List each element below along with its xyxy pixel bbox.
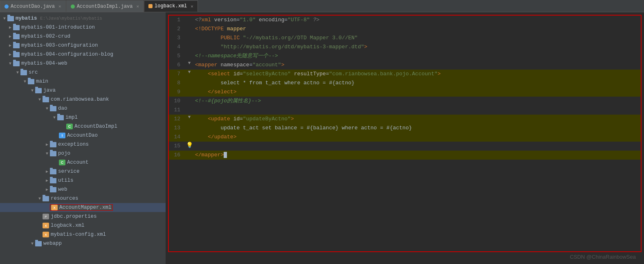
- tree-item-004-blog[interactable]: ▶ mybatis-004-configuration-blog: [0, 50, 166, 59]
- tree-item-jdbc[interactable]: P jdbc.properties: [0, 212, 166, 221]
- folder-icon: [7, 16, 14, 21]
- tab-account-dao[interactable]: AccountDao.java ✕: [0, 0, 66, 12]
- tree-item-dao[interactable]: ▼ dao: [0, 104, 166, 113]
- folder-icon-resources: [43, 196, 49, 201]
- line-content-15: [193, 142, 641, 151]
- tab-account-dao-impl-close[interactable]: ✕: [136, 4, 139, 9]
- tree-com-arrow: ▼: [37, 97, 43, 102]
- tree-java-label: java: [43, 88, 56, 93]
- file-tree[interactable]: ▼ mybatis E:\Java\mybatis\mybatis ▶ myba…: [0, 12, 166, 264]
- tree-logback-label: logback.xml: [51, 223, 85, 228]
- tree-item-account[interactable]: C Account: [0, 158, 166, 167]
- tree-item-004-web[interactable]: ▼ mybatis-004-web: [0, 59, 166, 68]
- tree-web-arrow: ▶: [44, 187, 50, 192]
- interface-icon: [4, 5, 9, 9]
- tree-001-label: mybatis-001-introduction: [21, 25, 95, 30]
- code-line-13: 13 update t_act set balance = #{balance}…: [169, 124, 641, 133]
- line-content-11: [193, 106, 641, 115]
- tree-dao-arrow: ▼: [44, 106, 50, 111]
- tree-mybatis-config-label: mybatis-config.xml: [51, 232, 106, 237]
- tree-item-web[interactable]: ▶ web: [0, 185, 166, 194]
- code-line-11: 11: [169, 106, 641, 115]
- line-num-10: 10: [169, 97, 185, 106]
- folder-icon-java: [35, 88, 42, 93]
- tree-item-accountmapper[interactable]: X AccountMapper.xml: [0, 203, 166, 212]
- tree-accountdaoimpl-label: AccountDaoImpl: [74, 124, 117, 129]
- line-num-1: 1: [169, 16, 185, 25]
- tab-account-dao-close[interactable]: ✕: [58, 4, 61, 9]
- code-line-10: 10 <!--#{pojo的属性名}-->: [169, 97, 641, 106]
- tree-item-accountdaoimpl[interactable]: C AccountDaoImpl: [0, 122, 166, 131]
- tree-main-arrow: ▼: [22, 79, 28, 84]
- code-area: 1 <?xml version="1.0" encoding="UTF-8" ?…: [168, 15, 642, 252]
- code-line-2: 2 <!DOCTYPE mapper: [169, 25, 641, 34]
- tree-webapp-label: webapp: [43, 241, 62, 246]
- line-num-16: 16: [169, 151, 185, 160]
- code-line-4: 4 "http://mybatis.org/dtd/mybatis-3-mapp…: [169, 43, 641, 52]
- tree-item-mybatis-config[interactable]: X mybatis-config.xml: [0, 230, 166, 239]
- tree-item-logback[interactable]: X logback.xml: [0, 221, 166, 230]
- tree-com-label: com.rianbowsea.bank: [51, 97, 109, 102]
- tree-item-webapp[interactable]: ▼ webapp: [0, 239, 166, 248]
- line-num-9: 9: [169, 88, 185, 97]
- tree-003-label: mybatis-003-configuration: [21, 43, 98, 48]
- code-line-6: 6 ▼ <mapper namespace="account">: [169, 61, 641, 70]
- folder-icon-service: [50, 169, 56, 174]
- folder-icon-001: [13, 25, 20, 30]
- tab-account-dao-impl[interactable]: AccountDaoImpl.java ✕: [66, 0, 144, 12]
- line-num-14: 14: [169, 133, 185, 142]
- tree-service-arrow: ▶: [44, 169, 50, 174]
- tab-bar: AccountDao.java ✕ AccountDaoImpl.java ✕ …: [0, 0, 644, 12]
- gutter-6: ▼: [185, 61, 193, 65]
- tree-main-label: main: [36, 79, 48, 84]
- tree-pojo-arrow: ▼: [44, 151, 50, 156]
- line-num-15: 15: [169, 142, 185, 151]
- tree-item-003[interactable]: ▶ mybatis-003-configuration: [0, 41, 166, 50]
- tree-item-com[interactable]: ▼ com.rianbowsea.bank: [0, 95, 166, 104]
- line-content-1: <?xml version="1.0" encoding="UTF-8" ?>: [193, 16, 641, 25]
- gutter-12: ▼: [185, 115, 193, 120]
- tree-utils-arrow: ▶: [44, 178, 50, 183]
- tree-item-impl[interactable]: ▼ impl: [0, 113, 166, 122]
- xml-file-icon-mybatis-config: X: [43, 232, 49, 237]
- tree-utils-label: utils: [58, 178, 74, 183]
- line-content-9: </select>: [193, 88, 641, 97]
- tree-root[interactable]: ▼ mybatis E:\Java\mybatis\mybatis: [0, 14, 166, 23]
- tab-logback[interactable]: logback.xml ✕: [144, 0, 198, 12]
- line-content-12: <update id="updateByActno">: [193, 115, 641, 124]
- tree-item-utils[interactable]: ▶ utils: [0, 176, 166, 185]
- tree-accountmapper-label: AccountMapper.xml: [59, 205, 112, 210]
- line-num-5: 5: [169, 52, 185, 61]
- folder-icon-pojo: [50, 151, 56, 156]
- line-content-4: "http://mybatis.org/dtd/mybatis-3-mapper…: [193, 43, 641, 52]
- tree-004-blog-label: mybatis-004-configuration-blog: [21, 52, 113, 57]
- tree-impl-label: impl: [65, 115, 78, 120]
- code-line-9: 9 </select>: [169, 88, 641, 97]
- tree-item-accountdao[interactable]: I AccountDao: [0, 131, 166, 140]
- class-file-icon-account: C: [59, 160, 65, 165]
- line-content-3: PUBLIC "-//mybatis.org//DTD Mapper 3.0//…: [193, 34, 641, 43]
- watermark: CSDN @ChinaRainbowSea: [570, 254, 636, 260]
- editor[interactable]: 1 <?xml version="1.0" encoding="UTF-8" ?…: [166, 12, 644, 264]
- code-line-3: 3 PUBLIC "-//mybatis.org//DTD Mapper 3.0…: [169, 34, 641, 43]
- code-line-1: 1 <?xml version="1.0" encoding="UTF-8" ?…: [169, 16, 641, 25]
- tab-logback-close[interactable]: ✕: [191, 4, 193, 9]
- tree-item-exceptions[interactable]: ▶ exceptions: [0, 140, 166, 149]
- properties-icon-jdbc: P: [43, 214, 49, 219]
- tree-item-java[interactable]: ▼ java: [0, 86, 166, 95]
- folder-icon-004-web: [13, 61, 20, 66]
- tree-item-main[interactable]: ▼ main: [0, 77, 166, 86]
- code-line-16: 16 </mapper>: [169, 151, 641, 160]
- line-num-8: 8: [169, 79, 185, 88]
- tree-item-resources[interactable]: ▼ resources: [0, 194, 166, 203]
- line-num-13: 13: [169, 124, 185, 133]
- tree-item-src[interactable]: ▼ src: [0, 68, 166, 77]
- line-num-11: 11: [169, 106, 185, 115]
- tree-item-service[interactable]: ▶ service: [0, 167, 166, 176]
- folder-icon-002: [13, 34, 20, 39]
- tree-item-001[interactable]: ▶ mybatis-001-introduction: [0, 23, 166, 32]
- line-content-8: select * from t_act where actno = #{actn…: [193, 79, 641, 88]
- folder-icon-004-blog: [13, 52, 20, 57]
- tree-item-pojo[interactable]: ▼ pojo: [0, 149, 166, 158]
- tree-item-002[interactable]: ▶ mybatis-002-crud: [0, 32, 166, 41]
